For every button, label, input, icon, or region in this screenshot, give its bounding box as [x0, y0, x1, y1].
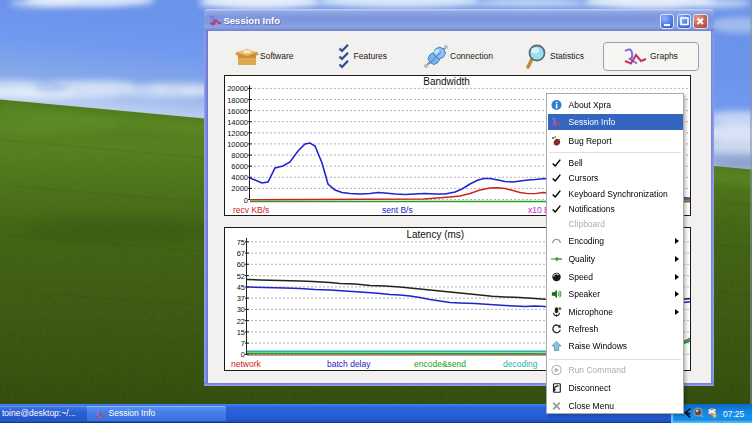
- svg-text:67: 67: [237, 249, 245, 258]
- svg-text:2000: 2000: [231, 184, 248, 193]
- svg-text:15: 15: [237, 328, 245, 337]
- svg-text:8000: 8000: [231, 151, 248, 160]
- svg-text:12000: 12000: [227, 129, 248, 138]
- svg-text:decoding: decoding: [503, 359, 538, 369]
- svg-text:4000: 4000: [231, 173, 248, 182]
- svg-text:recv KB/s: recv KB/s: [233, 205, 269, 215]
- svg-text:52: 52: [237, 272, 245, 281]
- svg-text:7: 7: [241, 339, 245, 348]
- svg-text:encode&send: encode&send: [414, 359, 466, 369]
- svg-text:network: network: [231, 359, 262, 369]
- svg-text:75: 75: [237, 238, 245, 247]
- svg-text:10000: 10000: [227, 140, 248, 149]
- svg-text:16000: 16000: [227, 107, 248, 116]
- svg-text:30: 30: [237, 305, 245, 314]
- svg-text:0: 0: [244, 196, 248, 205]
- svg-text:45: 45: [237, 283, 245, 292]
- svg-text:18000: 18000: [227, 96, 248, 105]
- svg-text:Bandwidth: Bandwidth: [423, 76, 470, 87]
- svg-text:Latency (ms): Latency (ms): [406, 229, 464, 240]
- svg-text:14000: 14000: [227, 118, 248, 127]
- svg-text:20000: 20000: [227, 84, 248, 93]
- svg-text:6000: 6000: [231, 162, 248, 171]
- svg-text:sent B/s: sent B/s: [382, 205, 413, 215]
- svg-text:37: 37: [237, 294, 245, 303]
- svg-text:batch delay: batch delay: [327, 359, 371, 369]
- svg-text:60: 60: [237, 260, 245, 269]
- svg-text:22: 22: [237, 317, 245, 326]
